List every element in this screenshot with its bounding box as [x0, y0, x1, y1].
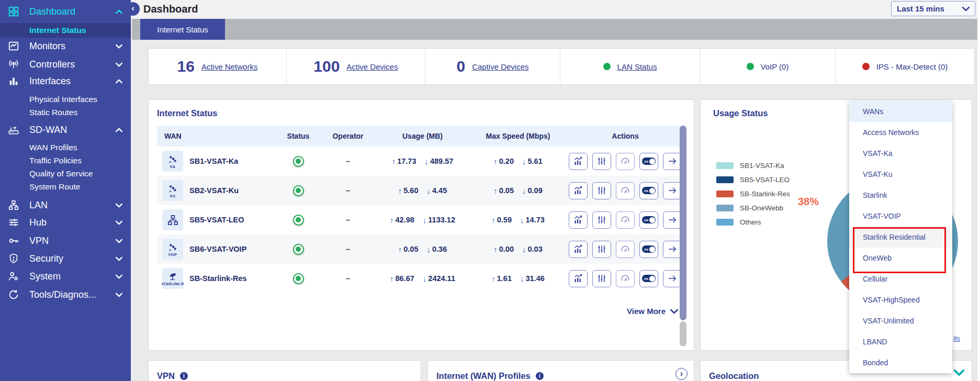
- upload-arrow-icon: ↑: [491, 216, 495, 225]
- wan-enabled-toggle[interactable]: ON: [639, 153, 658, 170]
- statistics-button[interactable]: [569, 241, 588, 258]
- table-scrollbar-thumb[interactable]: [680, 126, 686, 320]
- status-up-indicator: [293, 273, 304, 284]
- statistics-button[interactable]: [569, 182, 588, 199]
- sidebar-item-traffic-policies[interactable]: Traffic Policies: [0, 154, 131, 167]
- statistics-button[interactable]: [569, 270, 588, 287]
- max-speed-cell: ↑0.00 ↓0.03: [471, 245, 565, 254]
- statistics-button[interactable]: [569, 153, 588, 170]
- info-icon[interactable]: i: [180, 372, 188, 380]
- dropdown-item-starlink[interactable]: Starlink: [849, 185, 952, 206]
- configure-button[interactable]: [592, 270, 611, 287]
- sidebar-item-vpn[interactable]: VPN: [0, 233, 131, 249]
- tab-internet-status[interactable]: Internet Status: [140, 19, 225, 40]
- expand-arrow-icon[interactable]: ›: [675, 368, 688, 380]
- chevron-down-icon: [962, 6, 970, 12]
- details-button[interactable]: [663, 211, 682, 229]
- dropdown-item-vsat-ku[interactable]: VSAT-Ku: [849, 164, 952, 185]
- sidebar-item-system-route[interactable]: System Route: [0, 180, 131, 194]
- chevron-down-icon: [670, 309, 678, 314]
- dropdown-item-vsat-voip[interactable]: VSAT-VOIP: [849, 206, 952, 227]
- dropdown-item-wans[interactable]: WANs: [849, 101, 952, 122]
- active-devices-link[interactable]: Active Devices: [346, 62, 398, 71]
- sidebar-item-internet-status[interactable]: Internet Status: [0, 23, 131, 38]
- sidebar-item-wan-profiles[interactable]: WAN Profiles: [0, 141, 131, 154]
- sidebar-item-tools-diagnostics[interactable]: Tools/Diagnos...: [0, 287, 131, 302]
- dropdown-item-lband[interactable]: LBAND: [849, 331, 952, 352]
- dropdown-item-cellular[interactable]: Cellular: [849, 268, 952, 289]
- active-networks-link[interactable]: Active Networks: [201, 62, 258, 71]
- filter-icon: [596, 156, 607, 166]
- details-button[interactable]: [663, 241, 682, 258]
- speed-test-button[interactable]: [616, 182, 635, 199]
- sidebar-item-hub[interactable]: Hub: [0, 215, 131, 230]
- max-speed-cell: ↑0.20 ↓5.61: [471, 157, 565, 166]
- sidebar-collapse-button[interactable]: ‹: [126, 2, 140, 16]
- ips-link[interactable]: IPS - Max-Detect (0): [876, 62, 948, 71]
- sidebar-item-quality-of-service[interactable]: Quality of Service: [0, 167, 131, 181]
- sidebar-item-monitors[interactable]: Monitors: [0, 38, 131, 54]
- speed-test-button[interactable]: [616, 270, 635, 287]
- lan-status-link[interactable]: LAN Status: [617, 62, 657, 71]
- view-more-link[interactable]: View More: [157, 307, 685, 316]
- panel-title: Usage Status: [713, 108, 768, 118]
- speed-test-button[interactable]: [616, 153, 635, 170]
- filter-icon: [596, 185, 607, 196]
- wan-name: SB-Starlink-Res: [189, 274, 247, 283]
- sidebar-item-physical-interfaces[interactable]: Physical Interfaces: [0, 93, 131, 106]
- dropdown-item-bonded[interactable]: Bonded: [849, 352, 952, 373]
- sidebar-item-sd-wan[interactable]: SD-WAN: [0, 122, 131, 138]
- chevron-down-icon: [116, 62, 122, 67]
- info-icon[interactable]: i: [536, 372, 544, 380]
- dropdown-item-starlink-residential[interactable]: Starlink Residential: [849, 227, 952, 248]
- configure-button[interactable]: [592, 211, 611, 229]
- upload-arrow-icon: ↑: [493, 245, 498, 254]
- chevron-up-icon: [116, 128, 122, 132]
- view-details-link[interactable]: ils: [953, 334, 960, 342]
- wan-enabled-toggle[interactable]: ON: [639, 270, 658, 287]
- statistics-button[interactable]: [569, 211, 588, 229]
- column-header-operator: Operator: [322, 132, 374, 140]
- sidebar-item-dashboard[interactable]: Dashboard: [0, 4, 131, 19]
- sidebar-item-system[interactable]: System: [0, 268, 131, 284]
- sidebar-item-lan[interactable]: LAN: [0, 197, 131, 213]
- stat-lan-status: LAN Status: [560, 49, 700, 84]
- legend-label: SB1-VSAT-Ka: [740, 162, 784, 170]
- wan-enabled-toggle[interactable]: ON: [639, 182, 658, 199]
- details-button[interactable]: [663, 182, 682, 199]
- wan-enabled-toggle[interactable]: ON: [639, 211, 658, 229]
- table-scrollbar-track[interactable]: [680, 321, 686, 346]
- dropdown-item-oneweb[interactable]: OneWeb: [849, 248, 952, 268]
- sidebar-item-controllers[interactable]: Controllers: [0, 57, 131, 72]
- sidebar-item-security[interactable]: Security: [0, 251, 131, 266]
- time-range-select[interactable]: Last 15 mins: [891, 1, 975, 16]
- sidebar-item-interfaces[interactable]: Interfaces: [0, 73, 131, 89]
- sidebar-item-label: Hub: [29, 217, 47, 228]
- dropdown-item-vsat-highspeed[interactable]: VSAT-HighSpeed: [849, 289, 952, 310]
- sidebar-item-label: Monitors: [29, 41, 65, 52]
- configure-button[interactable]: [592, 241, 611, 258]
- speed-test-button[interactable]: [616, 241, 635, 258]
- configure-button[interactable]: [592, 182, 611, 199]
- chevron-down-icon[interactable]: [954, 369, 964, 376]
- sidebar-item-static-routes[interactable]: Static Routes: [0, 106, 131, 119]
- details-button[interactable]: [663, 153, 682, 170]
- details-button[interactable]: [663, 270, 682, 287]
- download-arrow-icon: ↓: [424, 157, 429, 166]
- column-header-usage: Usage (MB): [374, 132, 471, 140]
- captive-devices-link[interactable]: Captive Devices: [472, 62, 528, 71]
- operator-value: –: [322, 186, 374, 195]
- status-up-indicator: [293, 185, 304, 196]
- dropdown-item-vsat-ka[interactable]: VSAT-Ka: [849, 143, 952, 164]
- legend-swatch: [716, 176, 734, 183]
- stat-value: 0: [456, 58, 465, 75]
- voip-link[interactable]: VoIP (0): [761, 62, 789, 71]
- chevron-down-icon: [116, 256, 122, 261]
- wan-enabled-toggle[interactable]: ON: [639, 241, 658, 258]
- time-range-value: Last 15 mins: [897, 4, 944, 13]
- dropdown-item-access-networks[interactable]: Access Networks: [849, 122, 952, 143]
- page-title: Dashboard: [143, 3, 198, 15]
- dropdown-item-vsat-unlimited[interactable]: VSAT-Unlimited: [849, 310, 952, 331]
- speed-test-button[interactable]: [616, 211, 635, 229]
- configure-button[interactable]: [592, 153, 611, 170]
